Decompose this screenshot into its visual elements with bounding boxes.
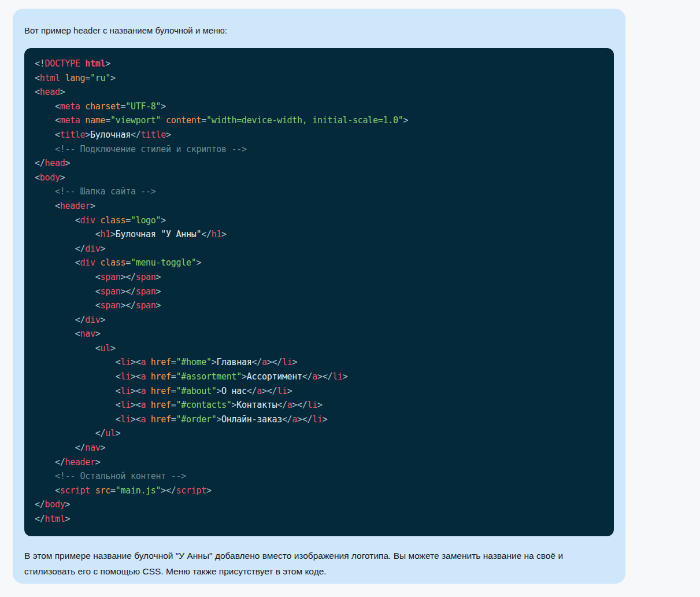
code-line: <li><a href="#contacts">Контакты</a></li… bbox=[35, 398, 603, 412]
assistant-message-bubble: Вот пример header с названием булочной и… bbox=[13, 9, 625, 584]
code-line: <title>Булочная</title> bbox=[35, 128, 603, 142]
code-line: <body> bbox=[35, 171, 603, 185]
message-outro-text: В этом примере название булочной "У Анны… bbox=[24, 548, 609, 579]
code-line: <header> bbox=[35, 199, 603, 213]
code-line: </div> bbox=[35, 242, 603, 256]
code-line: </head> bbox=[35, 156, 603, 171]
code-line: <span></span> bbox=[35, 298, 603, 313]
code-line: </header> bbox=[35, 455, 603, 470]
code-block: <!DOCTYPE html><html lang="ru"><head> <m… bbox=[24, 48, 614, 536]
page-background: Вот пример header с названием булочной и… bbox=[0, 0, 700, 597]
code-line: <li><a href="#home">Главная</a></li> bbox=[35, 355, 603, 370]
code-line: <!-- Подключение стилей и скриптов --> bbox=[35, 142, 603, 157]
code-line: <!-- Шапка сайта --> bbox=[35, 185, 603, 199]
code-line: <nav> bbox=[35, 327, 603, 341]
code-line: <meta charset="UTF-8"> bbox=[35, 100, 603, 114]
code-line: <ul> bbox=[35, 341, 603, 356]
code-line: <div class="menu-toggle"> bbox=[35, 256, 603, 270]
code-line: </html> bbox=[35, 512, 603, 526]
code-line: <span></span> bbox=[35, 285, 603, 299]
code-line: <li><a href="#about">О нас</a></li> bbox=[35, 384, 603, 399]
code-line: <html lang="ru"> bbox=[35, 71, 603, 86]
code-line: <meta name="viewport" content="width=dev… bbox=[35, 113, 603, 128]
code-line: <div class="logo"> bbox=[35, 213, 603, 228]
code-content: <!DOCTYPE html><html lang="ru"><head> <m… bbox=[35, 57, 603, 526]
message-intro-text: Вот пример header с названием булочной и… bbox=[24, 24, 614, 38]
code-line: <!DOCTYPE html> bbox=[35, 57, 603, 71]
code-line: <h1>Булочная "У Анны"</h1> bbox=[35, 227, 603, 242]
code-line: <li><a href="#assortment">Ассортимент</a… bbox=[35, 370, 603, 384]
code-line: </nav> bbox=[35, 441, 603, 455]
code-line: <head> bbox=[35, 85, 603, 100]
code-line: </div> bbox=[35, 313, 603, 327]
code-line: <script src="main.js"></script> bbox=[35, 484, 603, 498]
code-line: </body> bbox=[35, 498, 603, 512]
code-line: <li><a href="#order">Онлайн-заказ</a></l… bbox=[35, 412, 603, 427]
code-line: <!-- Остальной контент --> bbox=[35, 469, 603, 484]
code-line: <span></span> bbox=[35, 270, 603, 285]
code-line: </ul> bbox=[35, 426, 603, 441]
